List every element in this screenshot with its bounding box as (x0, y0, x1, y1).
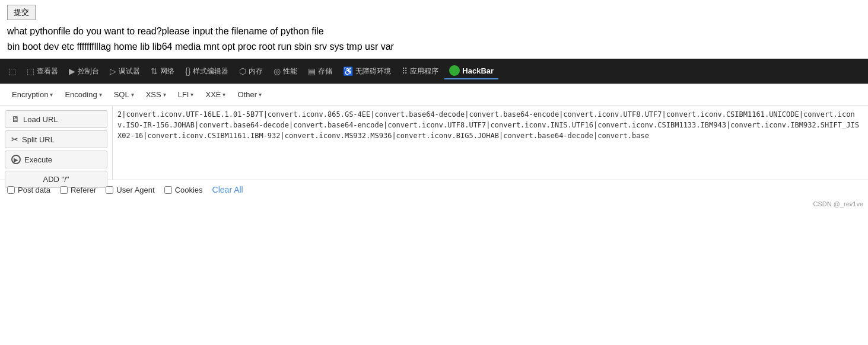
cookies-input[interactable] (164, 186, 172, 194)
other-arrow: ▾ (259, 91, 262, 98)
network-icon: ⇅ (151, 66, 158, 76)
devtools-console[interactable]: ▶ 控制台 (64, 64, 104, 79)
devtools-storage[interactable]: ▤ 存储 (303, 64, 337, 79)
post-data-input[interactable] (7, 186, 15, 194)
top-line1: what pythonfile do you want to read?plea… (7, 24, 861, 39)
devtools-performance-label: 性能 (283, 66, 297, 76)
split-url-icon: ✂ (11, 135, 18, 144)
hackbar-menu: Encryption ▾ Encoding ▾ SQL ▾ XSS ▾ LFI … (0, 84, 868, 106)
add-slash-label: ADD "/" (43, 175, 69, 184)
menu-sql[interactable]: SQL ▾ (108, 88, 140, 101)
xss-arrow: ▾ (163, 91, 166, 98)
devtools-network-label: 网络 (160, 66, 174, 76)
console-icon: ▶ (69, 66, 75, 76)
devtools-console-label: 控制台 (78, 66, 99, 76)
sql-arrow: ▾ (131, 91, 134, 98)
menu-encryption[interactable]: Encryption ▾ (6, 88, 59, 101)
execute-icon: ▶ (11, 155, 21, 164)
clear-all-button[interactable]: Clear All (212, 185, 243, 194)
style-editor-icon: {} (185, 66, 190, 76)
encryption-arrow: ▾ (50, 91, 53, 98)
debugger-icon: ▷ (110, 66, 116, 76)
hackbar-content: 🖥 Load URL ✂ Split URL ▶ Execute ADD "/" (0, 106, 868, 180)
devtools-bar: ⬚ ⬚ 查看器 ▶ 控制台 ▷ 调试器 ⇅ 网络 {} 样式编辑器 ⬡ 内存 ◎… (0, 59, 868, 84)
execute-button[interactable]: ▶ Execute (5, 151, 107, 168)
devtools-style-editor[interactable]: {} 样式编辑器 (180, 64, 233, 79)
post-data-label: Post data (18, 186, 50, 194)
split-url-button[interactable]: ✂ Split URL (5, 130, 107, 148)
devtools-accessibility[interactable]: ♿ 无障碍环境 (338, 64, 396, 79)
xss-label: XSS (146, 90, 161, 99)
load-url-label: Load URL (23, 115, 58, 124)
cookies-checkbox[interactable]: Cookies (164, 186, 203, 194)
post-data-checkbox[interactable]: Post data (7, 186, 50, 194)
referer-input[interactable] (60, 186, 68, 194)
devtools-accessibility-label: 无障碍环境 (355, 66, 391, 76)
encryption-label: Encryption (12, 90, 48, 99)
cookies-label: Cookies (175, 186, 203, 194)
devtools-inspector-label: 查看器 (37, 66, 58, 76)
user-agent-label: User Agent (116, 186, 154, 194)
devtools-network[interactable]: ⇅ 网络 (146, 64, 179, 79)
pick-icon: ⬚ (8, 66, 16, 76)
devtools-storage-label: 存储 (318, 66, 332, 76)
menu-lfi[interactable]: LFI ▾ (172, 88, 200, 101)
devtools-memory-label: 内存 (249, 66, 263, 76)
devtools-debugger-label: 调试器 (119, 66, 140, 76)
encoding-arrow: ▾ (99, 91, 102, 98)
footer-text: CSDN @_rev1ve (813, 200, 863, 207)
devtools-hackbar-label: HackBar (462, 66, 494, 75)
other-label: Other (237, 90, 257, 99)
url-textarea[interactable] (113, 106, 868, 180)
inspector-icon: ⬚ (27, 66, 34, 76)
devtools-apps-label: 应用程序 (410, 66, 438, 76)
devtools-performance[interactable]: ◎ 性能 (269, 64, 302, 79)
lfi-label: LFI (178, 90, 189, 99)
devtools-debugger[interactable]: ▷ 调试器 (105, 64, 145, 79)
menu-xss[interactable]: XSS ▾ (140, 88, 172, 101)
user-agent-input[interactable] (106, 186, 113, 194)
top-area: 提交 what pythonfile do you want to read?p… (0, 0, 868, 59)
hackbar-bottom: Post data Referer User Agent Cookies Cle… (0, 180, 868, 199)
submit-button[interactable]: 提交 (7, 5, 36, 20)
hackbar-sidebar: 🖥 Load URL ✂ Split URL ▶ Execute ADD "/" (0, 106, 113, 180)
sql-label: SQL (114, 90, 129, 99)
execute-label: Execute (24, 155, 52, 164)
devtools-apps[interactable]: ⠿ 应用程序 (397, 64, 443, 79)
top-line2: bin boot dev etc ffffffflllag home lib l… (7, 39, 861, 55)
accessibility-icon: ♿ (343, 66, 353, 76)
devtools-pick-icon[interactable]: ⬚ (4, 64, 21, 78)
devtools-hackbar[interactable]: HackBar (444, 63, 498, 79)
user-agent-checkbox[interactable]: User Agent (106, 186, 154, 194)
referer-label: Referer (71, 186, 96, 194)
menu-other[interactable]: Other ▾ (231, 88, 268, 101)
hackbar-panel: Encryption ▾ Encoding ▾ SQL ▾ XSS ▾ LFI … (0, 84, 868, 209)
hackbar-icon (449, 65, 460, 76)
split-url-label: Split URL (22, 135, 55, 144)
referer-checkbox[interactable]: Referer (60, 186, 96, 194)
encoding-label: Encoding (65, 90, 97, 99)
top-text: what pythonfile do you want to read?plea… (7, 24, 861, 54)
load-url-button[interactable]: 🖥 Load URL (5, 110, 107, 128)
performance-icon: ◎ (274, 66, 281, 76)
xxe-arrow: ▾ (222, 91, 225, 98)
load-url-icon: 🖥 (11, 114, 20, 124)
hackbar-url-area (113, 106, 868, 180)
memory-icon: ⬡ (239, 66, 246, 76)
xxe-label: XXE (205, 90, 221, 99)
storage-icon: ▤ (308, 66, 316, 76)
lfi-arrow: ▾ (190, 91, 193, 98)
menu-encoding[interactable]: Encoding ▾ (59, 88, 107, 101)
apps-icon: ⠿ (402, 66, 408, 76)
devtools-style-editor-label: 样式编辑器 (193, 66, 228, 76)
devtools-inspector[interactable]: ⬚ 查看器 (22, 64, 63, 79)
footer: CSDN @_rev1ve (0, 199, 868, 209)
menu-xxe[interactable]: XXE ▾ (199, 88, 231, 101)
devtools-memory[interactable]: ⬡ 内存 (234, 64, 268, 79)
